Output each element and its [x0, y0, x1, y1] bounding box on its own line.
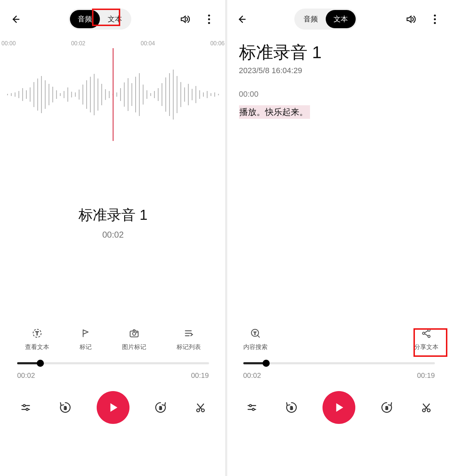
slider-track: [243, 362, 435, 364]
text-header: 标准录音 1 2023/5/8 16:04:29: [226, 41, 452, 75]
mini-actions: T 查看文本 标记 图片标记 标记列表: [0, 327, 226, 351]
more-button[interactable]: [428, 12, 442, 26]
svg-text:3: 3: [385, 405, 388, 411]
slider-total: 00:19: [191, 371, 209, 380]
waveform[interactable]: [0, 48, 226, 141]
header: 音频 文本: [226, 0, 452, 38]
slider-labels: 00:02 00:19: [243, 371, 435, 380]
progress-slider[interactable]: 00:02 00:19: [17, 362, 209, 380]
slider-total: 00:19: [417, 371, 435, 380]
svg-point-71: [434, 14, 436, 16]
svg-text:3: 3: [290, 405, 293, 411]
search-in-text-icon: T: [249, 327, 261, 339]
trim-button[interactable]: [192, 399, 209, 416]
screen-text: 音频 文本 标准录音 1 2023/5/8 16:04:29 00:00 播放。…: [226, 0, 452, 476]
tab-audio[interactable]: 音频: [70, 10, 100, 28]
view-text-label: 查看文本: [25, 343, 49, 351]
view-text-icon: T: [31, 327, 43, 339]
tab-switch: 音频 文本: [294, 9, 357, 30]
mark-button[interactable]: 标记: [80, 327, 92, 351]
svg-text:T: T: [254, 331, 256, 335]
content-search-label: 内容搜索: [243, 343, 268, 351]
slider-labels: 00:02 00:19: [17, 371, 209, 380]
header-actions: [403, 12, 442, 26]
tab-switch: 音频 文本: [68, 9, 131, 30]
svg-point-1: [208, 18, 210, 20]
list-icon: [183, 327, 195, 339]
svg-point-2: [208, 22, 210, 24]
recording-playtime: 00:02: [0, 230, 226, 240]
svg-point-65: [23, 405, 25, 407]
volume-button[interactable]: [403, 12, 418, 26]
svg-text:3: 3: [64, 405, 67, 411]
transcript-body: 00:00 播放。快乐起来。: [226, 90, 452, 119]
header-actions: [178, 12, 216, 26]
image-mark-button[interactable]: 图片标记: [122, 327, 146, 351]
tab-audio[interactable]: 音频: [296, 10, 326, 28]
back-button[interactable]: [234, 12, 248, 26]
tab-text[interactable]: 文本: [326, 10, 356, 28]
tick-0: 00:00: [1, 40, 16, 47]
trim-button[interactable]: [418, 399, 435, 416]
svg-text:3: 3: [159, 405, 162, 411]
svg-text:T: T: [36, 331, 39, 336]
waveform-ticks: 00:00 00:02 00:04 00:06: [0, 40, 226, 47]
view-text-button[interactable]: T 查看文本: [25, 327, 49, 351]
playback-controls: 3 3: [226, 391, 452, 424]
transcript-timestamp: 00:00: [239, 90, 440, 99]
svg-point-0: [208, 14, 210, 16]
playhead-line: [113, 48, 113, 141]
svg-point-63: [133, 332, 136, 335]
flag-icon: [80, 327, 92, 339]
title-block: 标准录音 1 00:02: [0, 205, 226, 240]
slider-current: 00:02: [243, 371, 261, 380]
screen-audio: 音频 文本 00:00 00:02 00:04 00:06: [0, 0, 226, 476]
svg-point-72: [434, 18, 436, 20]
svg-point-73: [434, 22, 436, 24]
share-icon: [420, 327, 432, 339]
mark-list-button[interactable]: 标记列表: [177, 327, 201, 351]
slider-thumb[interactable]: [37, 360, 44, 367]
slider-thumb[interactable]: [263, 360, 270, 367]
mini-actions: T 内容搜索 分享文本: [226, 327, 452, 351]
tick-2: 00:04: [141, 40, 155, 47]
transcript-text[interactable]: 播放。快乐起来。: [239, 105, 310, 119]
forward-3s-button[interactable]: 3: [152, 399, 169, 416]
image-mark-label: 图片标记: [122, 343, 146, 351]
camera-icon: [128, 327, 140, 339]
tick-1: 00:02: [71, 40, 85, 47]
recording-date: 2023/5/8 16:04:29: [239, 66, 440, 75]
play-button[interactable]: [323, 391, 355, 424]
screen-divider: [225, 0, 227, 476]
recording-title: 标准录音 1: [239, 41, 440, 64]
svg-point-79: [249, 405, 252, 407]
svg-point-64: [137, 332, 137, 333]
tab-text[interactable]: 文本: [100, 10, 130, 28]
tick-3: 00:06: [210, 40, 224, 47]
svg-point-66: [26, 408, 28, 410]
content-search-button[interactable]: T 内容搜索: [243, 327, 268, 351]
volume-button[interactable]: [178, 12, 192, 26]
progress-slider[interactable]: 00:02 00:19: [243, 362, 435, 380]
share-text-button[interactable]: 分享文本: [414, 327, 438, 351]
forward-3s-button[interactable]: 3: [378, 399, 395, 416]
rewind-3s-button[interactable]: 3: [283, 399, 300, 416]
back-button[interactable]: [8, 12, 22, 26]
slider-track: [17, 362, 209, 364]
recording-title: 标准录音 1: [0, 205, 226, 225]
svg-point-80: [252, 408, 254, 410]
mark-list-label: 标记列表: [177, 343, 201, 351]
equalizer-button[interactable]: [17, 399, 34, 416]
slider-current: 00:02: [17, 371, 35, 380]
playback-controls: 3 3: [0, 391, 226, 424]
mark-label: 标记: [80, 343, 92, 351]
rewind-3s-button[interactable]: 3: [57, 399, 74, 416]
play-button[interactable]: [97, 391, 129, 424]
equalizer-button[interactable]: [243, 399, 260, 416]
header: 音频 文本: [0, 0, 226, 38]
more-button[interactable]: [202, 12, 216, 26]
share-text-label: 分享文本: [414, 343, 438, 351]
